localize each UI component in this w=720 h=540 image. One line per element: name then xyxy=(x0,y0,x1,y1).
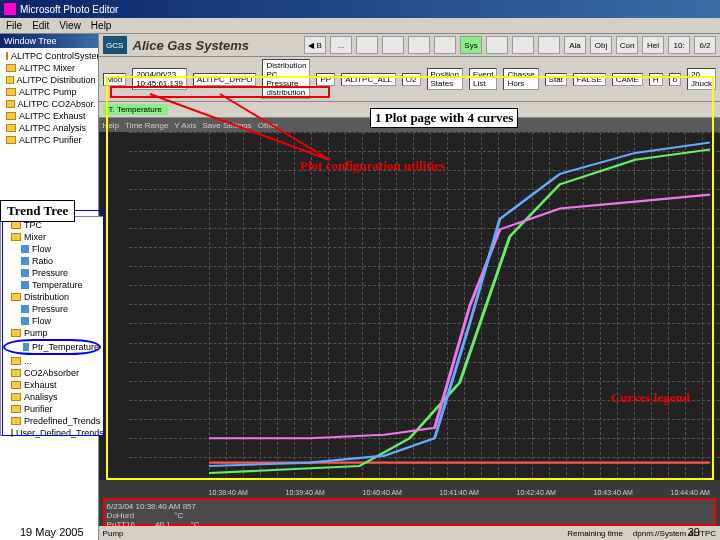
xtick: 10:42:40 AM xyxy=(517,489,556,496)
toolbar-btn[interactable] xyxy=(486,36,508,54)
folder-icon xyxy=(11,329,21,337)
menu-edit[interactable]: Edit xyxy=(32,20,49,31)
info-row: Mod2004/06/23 10:45:61.139ALITPC_DRPODis… xyxy=(99,57,720,102)
tree2-item[interactable]: ... xyxy=(3,355,101,367)
info-cell: FALSE xyxy=(573,73,606,86)
xtick: 10:38:40 AM xyxy=(209,489,248,496)
toolbar-btn[interactable] xyxy=(538,36,560,54)
tree-item[interactable]: ALITPC Exhaust xyxy=(2,110,96,122)
tree2-item[interactable]: Ratio xyxy=(3,255,101,267)
toolbar-btn[interactable]: 6/2 xyxy=(694,36,716,54)
plot-tb-item[interactable]: Help xyxy=(103,121,119,130)
trend-tree: TPC MixerFlowRatioPressureTemperatureDis… xyxy=(0,216,104,436)
tree2-item[interactable]: CO2Absorber xyxy=(3,367,101,379)
tree-item[interactable]: ALITPC Analysis xyxy=(2,122,96,134)
folder-icon xyxy=(11,405,21,413)
plot-icon xyxy=(21,317,29,325)
toolbar-btn[interactable]: Con xyxy=(616,36,638,54)
folder-icon xyxy=(11,429,13,437)
toolbar-btn[interactable] xyxy=(382,36,404,54)
tree-item[interactable]: ALITPC Purifier xyxy=(2,134,96,146)
tree2-item[interactable]: Predefined_Trends xyxy=(3,415,101,427)
tree2-item[interactable]: Temperature xyxy=(3,279,101,291)
menu-file[interactable]: File xyxy=(6,20,22,31)
xtick: 10:41:40 AM xyxy=(440,489,479,496)
tree2-item[interactable]: Pressure xyxy=(3,267,101,279)
toolbar: ◀ B...SysAlaObjConHel10:6/2 xyxy=(304,36,716,54)
plot-tb-item[interactable]: Y Axis xyxy=(174,121,196,130)
plot-status: Pump Remaining time dpnm://System ALITPC xyxy=(99,526,720,540)
tree-item[interactable]: ALITPC Pump xyxy=(2,86,96,98)
plot-icon xyxy=(21,245,29,253)
plot-tb-item[interactable]: Other xyxy=(258,121,278,130)
legend: 6/23/04 10:38:40 AM 857DoHurd°CPuTT1640.… xyxy=(103,498,716,526)
status-remain: Remaining time xyxy=(567,529,623,538)
info-cell: PP xyxy=(316,73,335,86)
toolbar-btn[interactable] xyxy=(408,36,430,54)
plot-icon xyxy=(21,305,29,313)
menubar: File Edit View Help xyxy=(0,18,720,34)
info-cell: Mod xyxy=(103,73,127,86)
tree2-item[interactable]: Pressure xyxy=(3,303,101,315)
tree2-item[interactable]: Purifier xyxy=(3,403,101,415)
footer-date: 19 May 2005 xyxy=(20,526,84,538)
tree-item[interactable]: ALITPC CO2Absor. xyxy=(2,98,96,110)
titlebar: Microsoft Photo Editor xyxy=(0,0,720,18)
toolbar-btn[interactable]: Sys xyxy=(460,36,482,54)
main: Window Tree ALITPC ControlSystemsALITPC … xyxy=(0,34,720,540)
toolbar-btn[interactable]: ... xyxy=(330,36,352,54)
plot-icon xyxy=(21,257,29,265)
side-title: Window Tree xyxy=(0,34,98,48)
app-header: GCS Alice Gas Systems ◀ B...SysAlaObjCon… xyxy=(99,34,720,57)
info-cell: 6 xyxy=(669,73,681,86)
info-cell: Event List xyxy=(469,68,497,90)
status-obj: dpnm://System ALITPC xyxy=(633,529,716,538)
toolbar-btn[interactable]: ◀ B xyxy=(304,36,326,54)
folder-icon xyxy=(6,64,16,72)
tree2-root[interactable]: TPC xyxy=(3,219,101,231)
app-title: Alice Gas Systems xyxy=(133,38,249,53)
folder-icon xyxy=(6,124,16,132)
plot-tb-item[interactable]: Time Range xyxy=(125,121,168,130)
folder-icon xyxy=(6,100,15,108)
menu-view[interactable]: View xyxy=(59,20,81,31)
info-cell: 2004/06/23 10:45:61.139 xyxy=(132,68,187,90)
legend-date: 6/23/04 10:38:40 AM 857 xyxy=(107,502,712,511)
tree-item[interactable]: ALITPC ControlSystems xyxy=(2,50,96,62)
info-cell: Stat xyxy=(545,73,567,86)
xtick: 10:44:40 AM xyxy=(671,489,710,496)
content: GCS Alice Gas Systems ◀ B...SysAlaObjCon… xyxy=(99,34,720,540)
toolbar-btn[interactable]: 10: xyxy=(668,36,690,54)
folder-icon xyxy=(11,381,21,389)
tree2-item[interactable]: Flow xyxy=(3,243,101,255)
tree2-item[interactable]: Analisys xyxy=(3,391,101,403)
folder-icon xyxy=(11,233,21,241)
plot-toolbar: HelpTime RangeY AxisSave SettingsOther xyxy=(99,118,720,132)
plot-tb-item[interactable]: Save Settings xyxy=(202,121,251,130)
menu-help[interactable]: Help xyxy=(91,20,112,31)
tree: ALITPC ControlSystemsALITPC MixerALITPC … xyxy=(0,48,98,148)
tree2-item[interactable]: Mixer xyxy=(3,231,101,243)
folder-icon xyxy=(11,393,21,401)
tree-item[interactable]: ALITPC Distribution xyxy=(2,74,96,86)
tree-item[interactable]: ALITPC Mixer xyxy=(2,62,96,74)
plot-icon xyxy=(23,343,29,351)
toolbar-btn[interactable] xyxy=(512,36,534,54)
toolbar-btn[interactable] xyxy=(434,36,456,54)
app-name: Microsoft Photo Editor xyxy=(20,4,118,15)
toolbar-btn[interactable]: Ala xyxy=(564,36,586,54)
toolbar-btn[interactable]: Obj xyxy=(590,36,612,54)
folder-icon xyxy=(11,221,21,229)
tree2-item[interactable]: Flow xyxy=(3,315,101,327)
toolbar-btn[interactable]: Hel xyxy=(642,36,664,54)
folder-icon xyxy=(6,88,16,96)
xtick: 10:43:40 AM xyxy=(594,489,633,496)
tree2-item[interactable]: Pump xyxy=(3,327,101,339)
tree2-item[interactable]: Ptr_Temperature xyxy=(3,339,101,355)
tree2-item[interactable]: Distribution xyxy=(3,291,101,303)
toolbar-btn[interactable] xyxy=(356,36,378,54)
tree2-item[interactable]: User_Defined_Trends xyxy=(3,427,101,439)
tree2-item[interactable]: Exhaust xyxy=(3,379,101,391)
folder-icon xyxy=(11,293,21,301)
info-cell: O2 xyxy=(402,73,421,86)
